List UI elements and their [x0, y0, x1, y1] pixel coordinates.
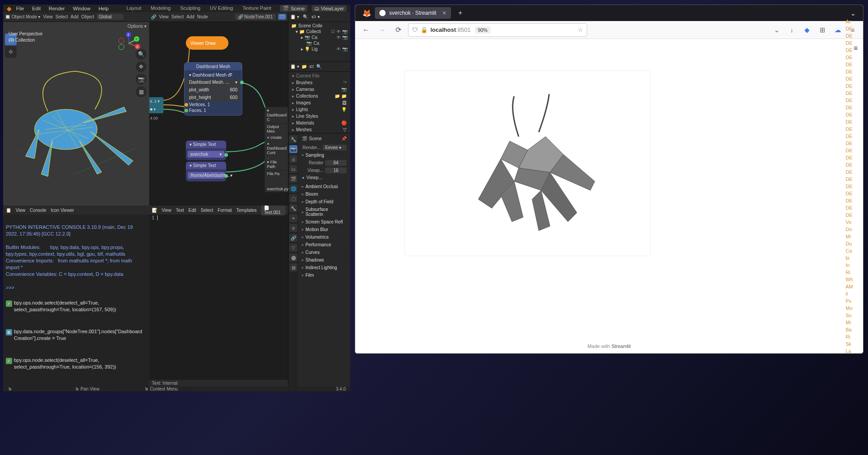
- ws-tab-modeling[interactable]: Modeling: [146, 4, 176, 12]
- outliner-camera-data[interactable]: 📷 Ca: [291, 40, 348, 46]
- node-editor[interactable]: s. 1 ▾ ■ ▾ 4.00 Viewer Draw Dashboard Me…: [149, 22, 288, 206]
- viewport-samples[interactable]: 16: [325, 167, 347, 173]
- section-sampling[interactable]: Sampling: [300, 151, 348, 159]
- te-menu-select[interactable]: Select: [201, 208, 213, 213]
- plotly-3d-viewer[interactable]: [404, 70, 651, 256]
- render-samples[interactable]: 64: [325, 160, 347, 166]
- console-menu-iconviewer[interactable]: Icon Viewer: [51, 208, 74, 213]
- nodetree-selector[interactable]: 🔗 NodeTree.001: [235, 14, 275, 20]
- vp-menu-add[interactable]: Add: [71, 14, 79, 19]
- render-engine-dropdown[interactable]: Eevee ▾: [322, 145, 347, 150]
- browser-tab[interactable]: sverchok · Streamlit ✕: [375, 7, 451, 19]
- menu-render[interactable]: Render: [45, 5, 69, 12]
- prop-tab-world[interactable]: 🌐: [289, 185, 297, 193]
- asset-brushes[interactable]: ▸ Brushes ⁷⁴: [289, 79, 349, 86]
- ne-menu-add[interactable]: Add: [186, 14, 194, 19]
- ws-tab-layout[interactable]: Layout: [122, 4, 146, 12]
- plot-height-field[interactable]: plot_height600: [186, 94, 240, 101]
- text-doc-selector[interactable]: 📄 Text.001: [261, 205, 285, 215]
- outliner-camera[interactable]: ▸ 📷 Ca👁 📷: [291, 34, 348, 40]
- extension-icon-3[interactable]: ☁: [832, 24, 843, 36]
- reload-button[interactable]: ⟳: [392, 24, 404, 36]
- section-volumetrics[interactable]: Volumetrics: [300, 233, 348, 241]
- section-indirect-lighting[interactable]: Indirect Lighting: [300, 264, 348, 271]
- outliner-collection[interactable]: ▾ 📁 Collecti☑ 👁 📷: [291, 29, 348, 34]
- menu-window[interactable]: Window: [69, 5, 94, 12]
- menu-edit[interactable]: Edit: [29, 5, 44, 12]
- section-shadows[interactable]: Shadows: [300, 256, 348, 264]
- zoom-icon[interactable]: 🔍: [136, 49, 146, 60]
- pocket-icon[interactable]: ⌄: [771, 24, 782, 36]
- node-simple-text-1[interactable]: ▾ Simple Text sverchok▾: [186, 141, 226, 160]
- asset-images[interactable]: ▸ Images🖼: [289, 99, 349, 106]
- prop-tab-constraint[interactable]: 🔗: [289, 234, 297, 242]
- ws-tab-sculpting[interactable]: Sculpting: [176, 4, 205, 12]
- mode-dropdown[interactable]: 🔲 Object Mode ▾: [5, 14, 40, 19]
- asset-linestyles[interactable]: ▸ Line Styles: [289, 113, 349, 120]
- outliner-light[interactable]: ▸ 💡 Lig👁 📷: [291, 46, 348, 52]
- node-simple-text-2[interactable]: ▾ Simple Text /home/Abel/dashb...▾: [186, 162, 226, 181]
- viewport-options[interactable]: Options ▾: [128, 24, 146, 29]
- streamlit-menu-icon[interactable]: ≡: [854, 44, 858, 52]
- section-depth-of-field[interactable]: Depth of Field: [300, 198, 348, 206]
- te-menu-templates[interactable]: Templates: [236, 208, 257, 213]
- ws-tab-texturepaint[interactable]: Texture Paint: [238, 4, 275, 12]
- zoom-indicator[interactable]: 90%: [475, 26, 490, 34]
- prop-tab-particle[interactable]: ✦: [289, 214, 297, 222]
- te-menu-view[interactable]: View: [162, 208, 172, 213]
- cursor-tool[interactable]: ✜: [5, 46, 17, 58]
- node-left-cropped[interactable]: s. 1 ▾ ■ ▾ 4.00: [149, 97, 163, 113]
- asset-cameras[interactable]: ▸ Cameras📷: [289, 86, 349, 93]
- section-ambient-occlusi[interactable]: Ambient Occlusi: [300, 183, 348, 190]
- node-file-path[interactable]: ▾ File Path File Pa sverchok.py: [265, 159, 288, 192]
- viewport3d[interactable]: ▭ ✜ User Perspective (1) Collection Opti…: [3, 22, 149, 206]
- text-editor-body[interactable]: 1: [149, 215, 288, 380]
- section-curves[interactable]: Curves: [300, 249, 348, 256]
- prop-tab-texture[interactable]: ▦: [289, 263, 297, 271]
- new-tab-button[interactable]: +: [455, 7, 466, 19]
- plot-width-field[interactable]: plot_width800: [186, 86, 240, 93]
- download-icon[interactable]: ↓: [786, 24, 798, 36]
- bookmark-star-icon[interactable]: ☆: [578, 26, 583, 33]
- menu-file[interactable]: File: [13, 5, 28, 12]
- prop-tab-output[interactable]: 🖨: [289, 155, 297, 163]
- asset-materials[interactable]: ▸ Materials🔴: [289, 120, 349, 126]
- asset-lights[interactable]: ▸ Lights💡: [289, 106, 349, 113]
- section-performance[interactable]: Performance: [300, 241, 348, 249]
- asset-meshes[interactable]: ▸ Meshes▽: [289, 126, 349, 133]
- prop-tab-viewlayer[interactable]: 🗂: [289, 165, 297, 173]
- ne-menu-view[interactable]: View: [159, 14, 169, 19]
- console-menu-console[interactable]: Console: [30, 208, 47, 213]
- prop-tab-object[interactable]: ▢: [289, 194, 297, 202]
- ne-menu-node[interactable]: Node: [197, 14, 208, 19]
- extension-icon-2[interactable]: ⊞: [816, 24, 828, 36]
- section-screen-space-refl[interactable]: Screen Space Refl: [300, 218, 348, 226]
- console-menu-view[interactable]: View: [16, 208, 26, 213]
- vp-menu-object[interactable]: Object: [81, 14, 94, 19]
- back-button[interactable]: ←: [360, 24, 372, 36]
- section-bloom[interactable]: Bloom: [300, 190, 348, 198]
- prop-tab-modifier[interactable]: 🔧: [289, 204, 297, 212]
- section-motion-blur[interactable]: Motion Blur: [300, 226, 348, 233]
- extension-icon-1[interactable]: ◆: [801, 24, 813, 36]
- prop-tab-tool[interactable]: 🔧: [289, 135, 297, 143]
- shield-icon[interactable]: 🛡: [278, 14, 286, 20]
- window-chevron-icon[interactable]: ⌄: [850, 9, 856, 17]
- section-subsurface-scatterin[interactable]: Subsurface Scatterin: [300, 206, 348, 218]
- section-film[interactable]: Film: [300, 271, 348, 279]
- tab-close-icon[interactable]: ✕: [442, 10, 447, 16]
- orientation-dropdown[interactable]: [97, 14, 124, 20]
- viewlayer-selector[interactable]: 🗂 ViewLayer: [312, 5, 347, 12]
- node-viewer-draw[interactable]: Viewer Draw: [186, 36, 228, 50]
- mesh-name-field[interactable]: Dashboard Mesh. ...▾: [186, 79, 240, 86]
- prop-tab-data[interactable]: ▽: [289, 244, 297, 252]
- scene-selector[interactable]: 🎬 Scene: [280, 5, 307, 12]
- prop-tab-material[interactable]: ⬤: [289, 253, 297, 262]
- menu-help[interactable]: Help: [95, 5, 112, 12]
- vp-menu-select[interactable]: Select: [56, 14, 68, 19]
- asset-collections[interactable]: ▸ Collections📁 📁: [289, 93, 349, 99]
- prop-tab-scene[interactable]: 🎬: [289, 175, 297, 183]
- outliner-scene[interactable]: 📁 Scene Colle: [291, 23, 348, 29]
- console-body[interactable]: PYTHON INTERACTIVE CONSOLE 3.10.9 (main,…: [3, 215, 149, 386]
- forward-button[interactable]: →: [376, 24, 388, 36]
